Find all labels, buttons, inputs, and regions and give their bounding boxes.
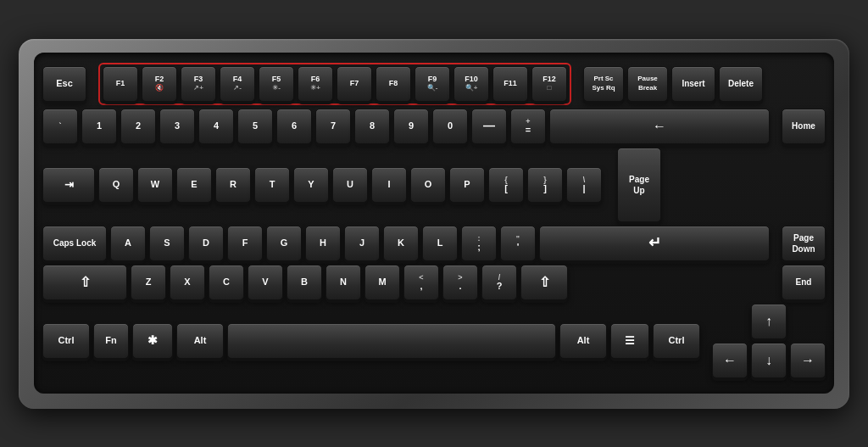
y-key[interactable]: Y — [293, 167, 329, 203]
tab-key[interactable]: ⇥ — [42, 167, 95, 203]
lctrl-key[interactable]: Ctrl — [42, 323, 90, 359]
fkey-group: F1 F2 🔇 F3 ↗+ F4 ↗- F5 ☀- — [98, 63, 571, 105]
end-key[interactable]: End — [782, 265, 826, 300]
h-key[interactable]: H — [305, 226, 341, 261]
i-key[interactable]: I — [371, 167, 407, 203]
down-arrow-key[interactable]: ↓ — [751, 343, 787, 378]
k-key[interactable]: K — [383, 226, 419, 261]
period-key[interactable]: > . — [442, 265, 478, 300]
lalt-key[interactable]: Alt — [176, 323, 224, 359]
quote-key[interactable]: " ' — [500, 226, 536, 261]
f6-key[interactable]: F6 ☀+ — [298, 66, 333, 102]
backslash-key[interactable]: \ | — [566, 167, 602, 203]
up-arrow-key[interactable]: ↑ — [751, 304, 787, 339]
comma-key[interactable]: < , — [403, 265, 439, 300]
7-key[interactable]: 7 — [315, 109, 351, 144]
backspace-key[interactable]: ← — [549, 109, 770, 144]
ralt-key[interactable]: Alt — [559, 323, 607, 359]
f10-key[interactable]: F10 🔍+ — [453, 66, 489, 102]
f11-key[interactable]: F11 — [492, 66, 528, 102]
backtick-key[interactable]: ` — [42, 109, 78, 144]
e-key[interactable]: E — [176, 167, 212, 203]
f-key[interactable]: F — [227, 226, 263, 261]
arrow-cluster: ↑ ← ↓ → — [712, 304, 826, 378]
f4-key[interactable]: F4 ↗- — [220, 66, 255, 102]
qwerty-row: ⇥ Q W E R T Y U I O P { [ } ] \ | — [42, 148, 826, 222]
slash-key[interactable]: / ? — [481, 265, 517, 300]
rshift-key[interactable]: ⇧ — [520, 265, 568, 300]
l-key[interactable]: L — [422, 226, 458, 261]
insert-key[interactable]: Insert — [671, 66, 715, 102]
d-key[interactable]: D — [188, 226, 224, 261]
bottom-row: Ctrl Fn ✱ Alt Alt ☰ Ctrl — [42, 304, 826, 378]
9-key[interactable]: 9 — [393, 109, 429, 144]
o-key[interactable]: O — [410, 167, 446, 203]
rctrl-key[interactable]: Ctrl — [653, 323, 700, 359]
f8-key[interactable]: F8 — [376, 66, 411, 102]
f3-key[interactable]: F3 ↗+ — [181, 66, 216, 102]
3-key[interactable]: 3 — [159, 109, 195, 144]
v-key[interactable]: V — [248, 265, 283, 300]
z-key[interactable]: Z — [131, 265, 166, 300]
g-key[interactable]: G — [266, 226, 302, 261]
b-key[interactable]: B — [287, 265, 322, 300]
capslock-key[interactable]: Caps Lock — [42, 226, 107, 261]
function-row: Esc F1 F2 🔇 F3 ↗+ F4 ↗- — [42, 63, 826, 105]
space-key[interactable] — [227, 323, 556, 359]
win-key[interactable]: ✱ — [132, 323, 173, 359]
j-key[interactable]: J — [344, 226, 380, 261]
menu-key[interactable]: ☰ — [610, 323, 649, 359]
minus-key[interactable]: — — [471, 109, 507, 144]
r-key[interactable]: R — [215, 167, 251, 203]
0-key[interactable]: 0 — [432, 109, 468, 144]
1-key[interactable]: 1 — [81, 109, 117, 144]
f5-key[interactable]: F5 ☀- — [259, 66, 294, 102]
q-key[interactable]: Q — [98, 167, 134, 203]
4-key[interactable]: 4 — [198, 109, 234, 144]
n-key[interactable]: N — [326, 265, 361, 300]
p-key[interactable]: P — [449, 167, 485, 203]
esc-key[interactable]: Esc — [42, 66, 86, 102]
f9-key[interactable]: F9 🔍- — [415, 66, 450, 102]
rbracket-key[interactable]: } ] — [527, 167, 563, 203]
f7-key[interactable]: F7 — [337, 66, 372, 102]
left-arrow-key[interactable]: ← — [712, 343, 748, 378]
zxcv-row: ⇧ Z X C V B N M < , > . / ? ⇧ — [42, 265, 826, 300]
m-key[interactable]: M — [364, 265, 400, 300]
prtsc-key[interactable]: Prt Sc Sys Rq — [583, 66, 624, 102]
6-key[interactable]: 6 — [276, 109, 312, 144]
f12-key[interactable]: F12 □ — [531, 66, 567, 102]
equals-key[interactable]: + = — [510, 109, 546, 144]
enter-key[interactable]: ↵ — [539, 226, 770, 261]
x-key[interactable]: X — [170, 265, 205, 300]
a-key[interactable]: A — [110, 226, 146, 261]
t-key[interactable]: T — [254, 167, 290, 203]
2-key[interactable]: 2 — [120, 109, 156, 144]
delete-key[interactable]: Delete — [719, 66, 763, 102]
w-key[interactable]: W — [137, 167, 173, 203]
right-arrow-key[interactable]: → — [790, 343, 826, 378]
8-key[interactable]: 8 — [354, 109, 390, 144]
home-key[interactable]: Home — [782, 109, 826, 144]
pageup-key[interactable]: PageUp — [617, 148, 661, 222]
c-key[interactable]: C — [209, 265, 244, 300]
number-row: ` 1 2 3 4 5 6 7 8 9 0 — + = ← Home — [42, 109, 826, 144]
f2-key[interactable]: F2 🔇 — [142, 66, 177, 102]
5-key[interactable]: 5 — [237, 109, 273, 144]
keyboard-inner: Esc F1 F2 🔇 F3 ↗+ F4 ↗- — [34, 53, 834, 394]
lshift-key[interactable]: ⇧ — [42, 265, 127, 300]
keyboard-outer: Esc F1 F2 🔇 F3 ↗+ F4 ↗- — [19, 39, 849, 409]
u-key[interactable]: U — [332, 167, 368, 203]
s-key[interactable]: S — [149, 226, 185, 261]
f1-key[interactable]: F1 — [103, 66, 138, 102]
asdf-row: Caps Lock A S D F G H J K L : ; " ' ↵ — [42, 226, 826, 261]
pagedown-key[interactable]: PageDown — [782, 226, 826, 261]
up-arrow-row: ↑ — [712, 304, 826, 339]
semicolon-key[interactable]: : ; — [461, 226, 497, 261]
fn-key[interactable]: Fn — [93, 323, 129, 359]
pause-key[interactable]: Pause Break — [627, 66, 668, 102]
arrow-top-row: ← ↓ → — [712, 343, 826, 378]
lbracket-key[interactable]: { [ — [488, 167, 524, 203]
